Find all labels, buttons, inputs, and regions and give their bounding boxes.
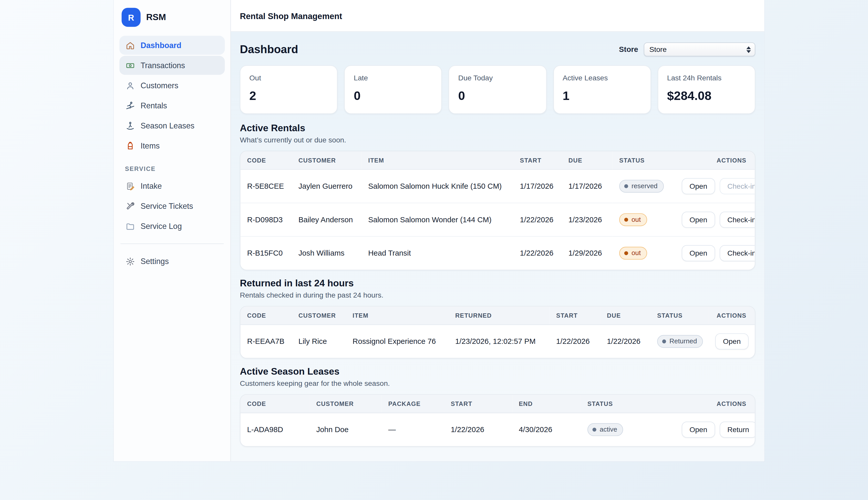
cell-due: 1/29/2026 bbox=[562, 237, 613, 270]
active-rentals-title: Active Rentals bbox=[240, 123, 755, 134]
column-header: END bbox=[512, 395, 580, 413]
store-select[interactable]: Store bbox=[644, 43, 755, 56]
cell-start: 1/22/2026 bbox=[513, 203, 562, 237]
stat-card-last-24h-rentals: Last 24h Rentals $284.08 bbox=[658, 65, 755, 114]
cell-code: L-ADA98D bbox=[241, 413, 309, 446]
column-header: ACTIONS bbox=[675, 395, 755, 413]
check-in-button[interactable]: Check-in bbox=[719, 245, 755, 261]
open-button[interactable]: Open bbox=[682, 422, 715, 438]
cell-actions: Open bbox=[708, 325, 755, 358]
column-header: STATUS bbox=[580, 395, 675, 413]
cell-code: R-5E8CEE bbox=[241, 169, 292, 203]
sidebar-item-service-tickets[interactable]: Service Tickets bbox=[119, 196, 225, 216]
column-header: CUSTOMER bbox=[292, 306, 346, 325]
cell-status: active bbox=[580, 413, 675, 446]
stat-value: 0 bbox=[458, 89, 537, 103]
sidebar-item-label: Intake bbox=[141, 182, 162, 191]
cell-start: 1/22/2026 bbox=[444, 413, 512, 446]
check-in-button[interactable]: Check-in bbox=[719, 212, 755, 228]
cell-customer: Lily Rice bbox=[292, 325, 346, 358]
cell-code: R-EEAA7B bbox=[241, 325, 292, 358]
sidebar-item-service-log[interactable]: Service Log bbox=[119, 217, 225, 236]
cell-due: 1/23/2026 bbox=[562, 203, 613, 237]
column-header: START bbox=[444, 395, 512, 413]
sidebar-item-customers[interactable]: Customers bbox=[119, 76, 225, 95]
sidebar-item-label: Customers bbox=[141, 81, 178, 90]
stat-card-out: Out 2 bbox=[240, 65, 338, 114]
column-header: DUE bbox=[600, 306, 650, 325]
cell-end: 4/30/2026 bbox=[512, 413, 580, 446]
sidebar-item-season-leases[interactable]: Season Leases bbox=[119, 116, 225, 135]
open-button[interactable]: Open bbox=[682, 178, 715, 194]
cell-customer: Josh Williams bbox=[292, 237, 361, 270]
returned-title: Returned in last 24 hours bbox=[240, 278, 755, 289]
stat-label: Active Leases bbox=[563, 74, 641, 82]
status-badge: active bbox=[587, 423, 623, 436]
table-row: L-ADA98D John Doe — 1/22/2026 4/30/2026 … bbox=[241, 413, 755, 446]
stat-label: Due Today bbox=[458, 74, 537, 82]
stat-label: Late bbox=[354, 74, 433, 82]
open-button[interactable]: Open bbox=[682, 245, 715, 261]
column-header: DUE bbox=[562, 151, 613, 169]
open-button[interactable]: Open bbox=[715, 333, 749, 350]
sidebar-item-label: Service Log bbox=[141, 222, 182, 231]
stat-value: $284.08 bbox=[667, 89, 746, 103]
returned-table: CODE CUSTOMER ITEM RETURNED START DUE ST… bbox=[240, 306, 755, 358]
column-header: CODE bbox=[241, 395, 309, 413]
check-in-button[interactable]: Check-in bbox=[719, 178, 755, 194]
cell-status: out bbox=[613, 203, 675, 237]
cell-package: — bbox=[382, 413, 444, 446]
sidebar-item-label: Items bbox=[141, 141, 160, 150]
sidebar-item-label: Transactions bbox=[141, 61, 185, 70]
sidebar-item-items[interactable]: Items bbox=[119, 136, 225, 156]
column-header: CODE bbox=[241, 306, 292, 325]
sidebar-nav: Dashboard Transactions Customers bbox=[119, 36, 225, 271]
banknote-icon bbox=[125, 60, 135, 70]
home-icon bbox=[125, 40, 135, 50]
active-rentals-subtitle: What’s currently out or due soon. bbox=[240, 136, 755, 144]
season-leases-subtitle: Customers keeping gear for the whole sea… bbox=[240, 379, 755, 388]
sidebar-item-settings[interactable]: Settings bbox=[119, 252, 225, 271]
season-leases-table: CODE CUSTOMER PACKAGE START END STATUS A… bbox=[240, 394, 755, 446]
memo-icon bbox=[125, 181, 135, 191]
active-rentals-table: CODE CUSTOMER ITEM START DUE STATUS ACTI… bbox=[240, 151, 755, 270]
status-badge: Returned bbox=[657, 335, 703, 348]
cell-due: 1/17/2026 bbox=[562, 169, 613, 203]
sidebar-item-dashboard[interactable]: Dashboard bbox=[119, 36, 225, 55]
store-picker: Store Store bbox=[619, 43, 755, 56]
cell-item: Salomon Salomon Huck Knife (150 CM) bbox=[362, 169, 513, 203]
column-header: START bbox=[549, 306, 600, 325]
sidebar-item-intake[interactable]: Intake bbox=[119, 177, 225, 196]
brand-logo: R bbox=[122, 8, 141, 27]
main-column: Rental Shop Management Dashboard Store S… bbox=[231, 0, 764, 461]
app-shell: R RSM Dashboard Transactions bbox=[114, 0, 764, 461]
column-header: ITEM bbox=[362, 151, 513, 169]
table-header-row: CODE CUSTOMER PACKAGE START END STATUS A… bbox=[241, 395, 755, 413]
page-head: Dashboard Store Store bbox=[240, 43, 755, 56]
stat-value: 0 bbox=[354, 89, 433, 103]
snowboarder-icon bbox=[125, 121, 135, 131]
cell-code: R-D098D3 bbox=[241, 203, 292, 237]
tools-icon bbox=[125, 201, 135, 211]
column-header: PACKAGE bbox=[382, 395, 444, 413]
cell-returned: 1/23/2026, 12:02:57 PM bbox=[448, 325, 549, 358]
cell-status: reserved bbox=[613, 169, 675, 203]
app-title: Rental Shop Management bbox=[240, 11, 342, 20]
stat-label: Last 24h Rentals bbox=[667, 74, 746, 82]
table-header-row: CODE CUSTOMER ITEM START DUE STATUS ACTI… bbox=[241, 151, 755, 169]
cell-code: R-B15FC0 bbox=[241, 237, 292, 270]
user-icon bbox=[125, 80, 135, 91]
table-row: R-5E8CEE Jaylen Guerrero Salomon Salomon… bbox=[241, 169, 755, 203]
cell-item: Rossignol Experience 76 bbox=[346, 325, 448, 358]
stat-cards: Out 2 Late 0 Due Today 0 Active Leases 1 bbox=[240, 65, 755, 114]
return-button[interactable]: Return bbox=[719, 422, 755, 438]
sidebar-item-transactions[interactable]: Transactions bbox=[119, 56, 225, 75]
page-title: Dashboard bbox=[240, 43, 298, 56]
sidebar-section-heading: SERVICE bbox=[119, 165, 225, 172]
cell-start: 1/22/2026 bbox=[513, 237, 562, 270]
sidebar-divider bbox=[120, 243, 224, 244]
returned-subtitle: Rentals checked in during the past 24 ho… bbox=[240, 291, 755, 299]
open-button[interactable]: Open bbox=[682, 212, 715, 228]
sidebar-item-rentals[interactable]: Rentals bbox=[119, 96, 225, 115]
column-header: STATUS bbox=[650, 306, 708, 325]
